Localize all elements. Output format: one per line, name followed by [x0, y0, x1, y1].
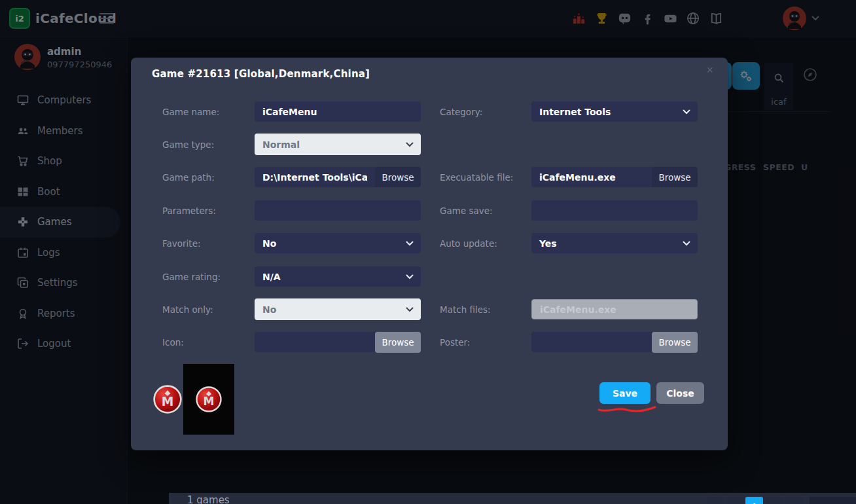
- game-icon-preview: M: [153, 385, 182, 414]
- match-files-input[interactable]: [531, 299, 698, 319]
- executable-file-browse-button[interactable]: Browse: [652, 167, 698, 187]
- chevron-down-icon: [406, 274, 414, 279]
- game-rating-select[interactable]: N/A: [255, 266, 421, 287]
- field-label-game-path: Game path:: [162, 172, 255, 183]
- app-root: i2 iCafeCloud: [0, 0, 856, 504]
- field-label-game-rating: Game rating:: [162, 272, 255, 282]
- games-footer: 1 games 1: [169, 493, 856, 504]
- auto-update-select[interactable]: Yes: [531, 233, 698, 253]
- executable-file-input[interactable]: [531, 167, 652, 187]
- field-label-game-name: Game name:: [162, 107, 255, 117]
- edit-game-modal: Game #21613 [Global,Denmark,China] × Gam…: [131, 58, 728, 450]
- field-label-icon: Icon:: [162, 337, 255, 348]
- chevron-down-icon: [683, 241, 690, 246]
- game-type-value: Normal: [262, 139, 300, 150]
- red-underline-annotation: [597, 405, 657, 414]
- chevron-down-icon: [683, 109, 690, 115]
- field-label-match-only: Match only:: [162, 304, 255, 315]
- game-save-input[interactable]: [531, 200, 698, 221]
- field-label-auto-update: Auto update:: [440, 238, 531, 249]
- game-poster-preview: M: [183, 364, 234, 435]
- favorite-select[interactable]: No: [255, 233, 421, 253]
- field-label-game-type: Game type:: [162, 139, 255, 150]
- field-label-executable-file: Execuatable file:: [440, 172, 531, 183]
- games-count: 1 games: [187, 494, 230, 504]
- match-only-select[interactable]: No: [255, 298, 421, 320]
- modal-title: Game #21613 [Global,Denmark,China]: [152, 68, 370, 80]
- game-path-browse-button[interactable]: Browse: [375, 167, 421, 187]
- match-only-value: No: [262, 304, 276, 315]
- icon-browse-button[interactable]: Browse: [375, 332, 421, 353]
- pagination-prev-button[interactable]: [726, 497, 744, 504]
- chevron-down-icon: [406, 241, 414, 246]
- pagination-next-button[interactable]: [765, 497, 783, 504]
- field-label-category: Category:: [440, 107, 531, 117]
- game-type-select[interactable]: Normal: [255, 134, 421, 155]
- pagination-size-select[interactable]: [810, 497, 856, 504]
- svg-text:M: M: [162, 395, 174, 408]
- field-label-parameters: Parameters:: [162, 206, 255, 216]
- pagination-last-button[interactable]: [785, 497, 804, 504]
- game-path-input[interactable]: [255, 167, 375, 187]
- modal-close-icon[interactable]: ×: [706, 64, 713, 76]
- chevron-down-icon: [406, 142, 414, 147]
- category-value: Internet Tools: [539, 107, 611, 117]
- field-label-game-save: Game save:: [440, 206, 531, 216]
- close-button[interactable]: Close: [656, 382, 704, 404]
- field-label-poster: Poster:: [440, 337, 531, 348]
- poster-input[interactable]: [531, 332, 652, 352]
- parameters-input[interactable]: [255, 200, 421, 221]
- game-name-input[interactable]: [255, 101, 421, 122]
- field-label-match-files: Match files:: [440, 304, 531, 315]
- field-label-favorite: Favorite:: [162, 238, 255, 249]
- pagination-first-button[interactable]: [707, 497, 724, 504]
- svg-text:M: M: [204, 395, 215, 408]
- chevron-down-icon: [406, 307, 414, 312]
- category-select[interactable]: Internet Tools: [531, 101, 698, 122]
- icon-input[interactable]: [255, 332, 375, 352]
- favorite-value: No: [262, 238, 276, 249]
- pagination-page-1-button[interactable]: 1: [745, 497, 763, 504]
- game-rating-value: N/A: [262, 272, 281, 282]
- save-button[interactable]: Save: [599, 382, 651, 404]
- auto-update-value: Yes: [539, 238, 557, 249]
- poster-browse-button[interactable]: Browse: [652, 332, 698, 353]
